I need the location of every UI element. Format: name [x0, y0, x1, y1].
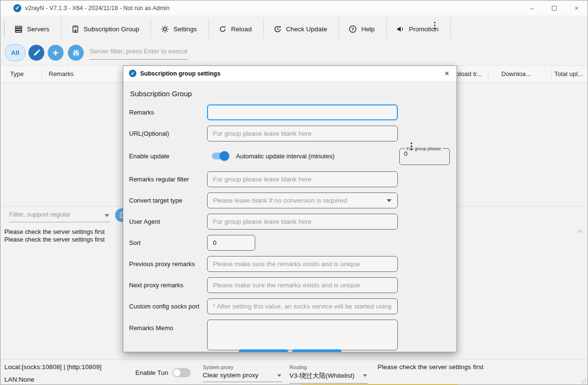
dialog-buttons: Confirm Cancel: [123, 349, 457, 352]
sort-input[interactable]: [207, 235, 255, 251]
remarks-memo-input[interactable]: [207, 320, 398, 350]
user-agent-label: User Agent: [129, 218, 207, 225]
remarks-filter-input[interactable]: [207, 171, 398, 187]
toggle-knob: [173, 369, 181, 376]
socks-port-input[interactable]: [207, 298, 398, 314]
column-separator[interactable]: [41, 69, 42, 80]
enable-tun-label: Enable Tun: [135, 369, 168, 376]
column-header-upload-traffic[interactable]: pload tr...: [456, 70, 482, 77]
dialog-title: Subscription group settings: [140, 70, 221, 77]
dialog-body: Subscription Group Remarks URL(Optional)…: [123, 81, 457, 352]
interval-value[interactable]: 0: [403, 150, 449, 157]
routing-value: V3-绕过大陆(Whitelist): [289, 372, 354, 379]
maximize-button[interactable]: [543, 0, 565, 15]
toolbar-promotion[interactable]: Promotion: [387, 21, 450, 37]
dialog-section-heading: Subscription Group: [130, 90, 450, 98]
remarks-label: Remarks: [129, 109, 207, 116]
column-header-download[interactable]: Downloa...: [501, 70, 531, 77]
column-separator[interactable]: [488, 69, 488, 80]
socks-port-label: Custom config socks port: [129, 303, 207, 310]
previous-proxy-label: Previous proxy remarks: [129, 260, 207, 268]
toggle-knob: [220, 151, 229, 161]
chevron-down-icon: [277, 374, 281, 377]
window-title: v2rayN - V7.1.3 - X64 - 2024/11/18 - Not…: [25, 5, 170, 12]
window-controls: – ×: [521, 0, 588, 15]
enable-tun-toggle[interactable]: [172, 368, 191, 377]
sort-label: Sort: [129, 239, 207, 246]
app-window: ✓ v2rayN - V7.1.3 - X64 - 2024/11/18 - N…: [0, 0, 588, 385]
status-message-line: Please check the server settings first: [4, 236, 105, 243]
system-proxy-select[interactable]: Clear system proxy: [203, 372, 282, 382]
sliders-icon: [72, 49, 80, 57]
next-proxy-row: Next proxy remarks: [129, 277, 450, 293]
remarks-memo-row: Remarks Memo: [129, 320, 450, 350]
interval-label: Automatic update interval (minutes): [236, 153, 334, 160]
remarks-input[interactable]: [207, 104, 398, 120]
routing-select[interactable]: V3-绕过大陆(Whitelist): [289, 372, 368, 384]
subscription-group-icon: [71, 25, 79, 33]
server-filter-bar: All + Server filter, press Enter to exec…: [0, 43, 588, 64]
url-label: URL(Optional): [129, 130, 207, 137]
chevron-down-icon[interactable]: [105, 214, 109, 217]
plus-icon: +: [52, 48, 58, 58]
column-header-total-upload[interactable]: Total upl...: [554, 70, 583, 77]
toolbar-check-update[interactable]: Check Update: [264, 21, 339, 37]
subscription-group-settings-dialog: ✓ Subscription group settings × Subscrip…: [123, 65, 457, 352]
next-proxy-label: Next proxy remarks: [129, 282, 207, 289]
convert-target-label: Convert target type: [129, 197, 207, 204]
toolbar-separator: [450, 19, 451, 38]
url-row: URL(Optional): [129, 126, 450, 141]
main-toolbar: Servers Subscription Group Settings Relo…: [0, 18, 588, 40]
minimize-button[interactable]: –: [521, 0, 543, 15]
previous-proxy-input[interactable]: [207, 256, 398, 272]
user-agent-input[interactable]: [207, 214, 398, 230]
url-input[interactable]: [207, 126, 398, 141]
resize-grip[interactable]: [581, 378, 586, 383]
toolbar-reload[interactable]: Reload: [209, 21, 263, 37]
column-separator[interactable]: [551, 69, 552, 80]
toolbar-settings[interactable]: Settings: [151, 21, 209, 37]
gear-icon: [161, 25, 169, 33]
reload-icon: [219, 25, 227, 33]
title-bar: ✓ v2rayN - V7.1.3 - X64 - 2024/11/18 - N…: [0, 0, 588, 15]
next-proxy-input[interactable]: [207, 277, 398, 293]
system-proxy-label: System proxy: [203, 364, 234, 370]
chevron-down-icon: [363, 374, 367, 377]
server-filter-input[interactable]: Server filter, press Enter to execute: [90, 48, 188, 60]
enable-update-label: Enable update: [129, 153, 207, 160]
convert-target-row: Convert target type Please leave blank i…: [129, 192, 450, 208]
toolbar-servers[interactable]: Servers: [5, 21, 61, 37]
check-update-icon: [274, 25, 282, 33]
scrollbar-up-arrow[interactable]: [577, 229, 583, 232]
log-filter-input[interactable]: Filter, support regular: [9, 211, 110, 222]
app-logo-icon: ✓: [13, 4, 21, 12]
toolbar-subscription-group-label: Subscription Group: [84, 26, 140, 33]
lan-label: LAN:None: [4, 376, 34, 383]
confirm-button[interactable]: Confirm: [239, 349, 288, 352]
toolbar-more-icon[interactable]: ⋮: [431, 23, 439, 28]
local-ports-label: Local:[socks:10808] | [http:10809]: [4, 363, 102, 371]
remarks-filter-row: Remarks regular filter: [129, 171, 450, 187]
toolbar-subscription-group[interactable]: Subscription Group: [62, 21, 151, 37]
group-sort-button[interactable]: [68, 45, 84, 61]
status-bar: Local:[socks:10808] | [http:10809] LAN:N…: [0, 359, 588, 385]
close-window-button[interactable]: ×: [565, 0, 588, 15]
column-header-type[interactable]: Type: [10, 70, 24, 77]
socks-port-row: Custom config socks port: [129, 298, 450, 314]
enable-update-toggle[interactable]: [212, 153, 228, 159]
servers-icon: [14, 25, 23, 33]
add-group-button[interactable]: +: [48, 45, 64, 61]
toolbar-servers-label: Servers: [27, 26, 50, 33]
pencil-icon: [33, 49, 40, 57]
column-header-remarks[interactable]: Remarks: [49, 70, 74, 77]
chevron-down-icon: [387, 199, 392, 202]
toolbar-help[interactable]: ? Help: [339, 21, 386, 37]
convert-target-select[interactable]: Please leave blank if no conversion is r…: [207, 192, 398, 208]
dialog-close-button[interactable]: ×: [437, 66, 457, 81]
edit-group-button[interactable]: [28, 45, 44, 61]
cancel-button[interactable]: Cancel: [292, 349, 341, 352]
remarks-memo-label: Remarks Memo: [129, 324, 207, 332]
all-groups-button[interactable]: All: [5, 44, 26, 61]
system-proxy-value: Clear system proxy: [203, 372, 259, 379]
remarks-filter-label: Remarks regular filter: [129, 176, 207, 183]
